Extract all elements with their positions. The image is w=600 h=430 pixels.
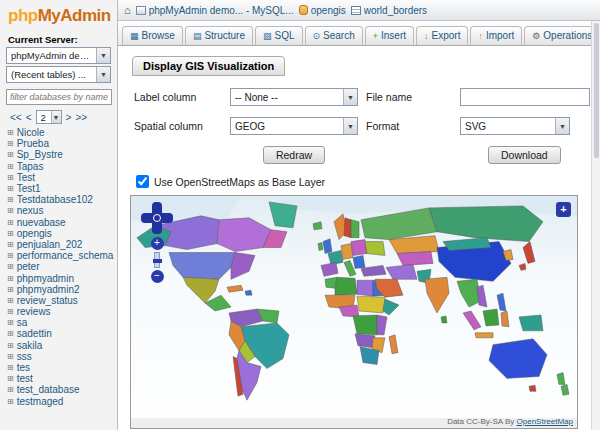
database-item[interactable]: ⊞sakila	[0, 340, 117, 351]
database-name[interactable]: sa	[17, 317, 28, 328]
database-item[interactable]: ⊞sss	[0, 351, 117, 362]
database-name[interactable]: Testdatabase102	[17, 194, 93, 205]
database-name[interactable]: Nicole	[17, 127, 45, 138]
download-button[interactable]: Download	[488, 146, 561, 164]
expand-plus-icon[interactable]: ⊞	[7, 195, 14, 204]
home-icon[interactable]: ⌂	[124, 4, 131, 16]
zoom-in-button[interactable]: +	[151, 237, 164, 250]
database-name[interactable]: phpmyadmin	[17, 273, 74, 284]
database-name[interactable]: penjualan_202	[17, 239, 83, 250]
osm-base-layer-checkbox[interactable]	[136, 175, 149, 188]
database-name[interactable]: opengis	[17, 228, 52, 239]
tab-insert[interactable]: +Insert	[365, 26, 414, 45]
database-name[interactable]: Test1	[17, 183, 41, 194]
pan-arrows-control[interactable]	[141, 202, 173, 234]
expand-plus-icon[interactable]: ⊞	[7, 363, 14, 372]
database-name[interactable]: test_database	[17, 384, 80, 395]
database-name[interactable]: Test	[17, 172, 35, 183]
redraw-button[interactable]: Redraw	[263, 146, 325, 164]
phpmyadmin-logo[interactable]: phpMyAdmin	[0, 4, 117, 30]
database-name[interactable]: peter	[17, 261, 40, 272]
database-name[interactable]: reviews	[17, 306, 51, 317]
database-name[interactable]: sadettin	[17, 328, 52, 339]
expand-plus-icon[interactable]: ⊞	[7, 285, 14, 294]
expand-plus-icon[interactable]: ⊞	[7, 262, 14, 271]
expand-plus-icon[interactable]: ⊞	[7, 318, 14, 327]
database-name[interactable]: review_status	[17, 295, 78, 306]
expand-plus-icon[interactable]: ⊞	[7, 128, 14, 137]
database-name[interactable]: Prueba	[17, 138, 49, 149]
database-item[interactable]: ⊞reviews	[0, 306, 117, 317]
expand-plus-icon[interactable]: ⊞	[7, 218, 14, 227]
scrollbar-thumb[interactable]	[594, 23, 599, 158]
expand-plus-icon[interactable]: ⊞	[7, 374, 14, 383]
database-item[interactable]: ⊞performance_schema	[0, 250, 117, 261]
database-item[interactable]: ⊞sa	[0, 317, 117, 328]
database-name[interactable]: nuevabase	[17, 217, 66, 228]
expand-plus-icon[interactable]: ⊞	[7, 162, 14, 171]
database-name[interactable]: performance_schema	[17, 250, 114, 261]
database-name[interactable]: nexus	[17, 205, 44, 216]
database-item[interactable]: ⊞Testdatabase102	[0, 194, 117, 205]
spatial-column-select[interactable]: GEOG ▼	[230, 117, 358, 135]
expand-plus-icon[interactable]: ⊞	[7, 206, 14, 215]
page-last-link[interactable]: >>	[75, 112, 87, 123]
database-name[interactable]: test	[17, 373, 33, 384]
breadcrumb-server[interactable]: phpMyAdmin demo... - MySQL...	[136, 5, 294, 16]
file-name-input[interactable]	[460, 88, 590, 106]
database-item[interactable]: ⊞test_database	[0, 384, 117, 395]
database-item[interactable]: ⊞Test	[0, 172, 117, 183]
database-item[interactable]: ⊞nexus	[0, 205, 117, 216]
expand-plus-icon[interactable]: ⊞	[7, 397, 14, 406]
database-item[interactable]: ⊞Nicole	[0, 127, 117, 138]
expand-plus-icon[interactable]: ⊞	[7, 139, 14, 148]
expand-plus-icon[interactable]: ⊞	[7, 352, 14, 361]
world-map-svg[interactable]	[131, 196, 577, 428]
database-item[interactable]: ⊞peter	[0, 261, 117, 272]
tab-import[interactable]: ↑Import	[470, 26, 522, 45]
gis-map-viewport[interactable]: + − + Data CC-By-SA By OpenStreetMap	[130, 195, 578, 429]
page-next-link[interactable]: >	[66, 112, 72, 123]
tab-export[interactable]: ↓Export	[416, 26, 468, 45]
database-name[interactable]: phpmyadmin2	[17, 284, 80, 295]
expand-plus-icon[interactable]: ⊞	[7, 341, 14, 350]
database-item[interactable]: ⊞tes	[0, 362, 117, 373]
database-name[interactable]: Sp_Bystre	[17, 149, 63, 160]
zoom-out-button[interactable]: −	[151, 270, 164, 283]
map-maximize-button[interactable]: +	[556, 202, 571, 217]
expand-plus-icon[interactable]: ⊞	[7, 150, 14, 159]
tab-operations[interactable]: ⚙Operations	[524, 26, 600, 45]
database-name[interactable]: Tapas	[17, 161, 44, 172]
tab-structure[interactable]: ▤Structure	[185, 26, 253, 45]
label-column-select[interactable]: -- None -- ▼	[230, 88, 358, 106]
page-prev-link[interactable]: <	[26, 112, 32, 123]
database-item[interactable]: ⊞phpmyadmin2	[0, 284, 117, 295]
breadcrumb-database[interactable]: opengis	[299, 5, 346, 16]
database-item[interactable]: ⊞opengis	[0, 228, 117, 239]
expand-plus-icon[interactable]: ⊞	[7, 184, 14, 193]
expand-plus-icon[interactable]: ⊞	[7, 240, 14, 249]
breadcrumb-table[interactable]: world_borders	[351, 5, 427, 16]
database-item[interactable]: ⊞Prueba	[0, 138, 117, 149]
format-select[interactable]: SVG ▼	[460, 117, 570, 135]
database-item[interactable]: ⊞test	[0, 373, 117, 384]
database-item[interactable]: ⊞Sp_Bystre	[0, 149, 117, 160]
database-item[interactable]: ⊞sadettin	[0, 328, 117, 339]
database-item[interactable]: ⊞penjualan_202	[0, 239, 117, 250]
database-item[interactable]: ⊞nuevabase	[0, 217, 117, 228]
expand-plus-icon[interactable]: ⊞	[7, 229, 14, 238]
expand-plus-icon[interactable]: ⊞	[7, 251, 14, 260]
database-name[interactable]: testmaged	[17, 396, 64, 407]
expand-plus-icon[interactable]: ⊞	[7, 274, 14, 283]
expand-plus-icon[interactable]: ⊞	[7, 173, 14, 182]
main-scrollbar[interactable]	[591, 21, 600, 430]
openstreetmap-link[interactable]: OpenStreetMap	[517, 417, 573, 426]
zoom-slider[interactable]	[154, 252, 160, 268]
tab-sql[interactable]: ▧SQL	[255, 26, 303, 45]
filter-databases-input[interactable]	[6, 89, 112, 105]
tab-browse[interactable]: ▦Browse	[122, 26, 183, 45]
database-item[interactable]: ⊞Tapas	[0, 161, 117, 172]
database-name[interactable]: sakila	[17, 340, 43, 351]
page-number-select[interactable]: 2 ▼	[36, 110, 62, 124]
page-first-link[interactable]: <<	[10, 112, 22, 123]
